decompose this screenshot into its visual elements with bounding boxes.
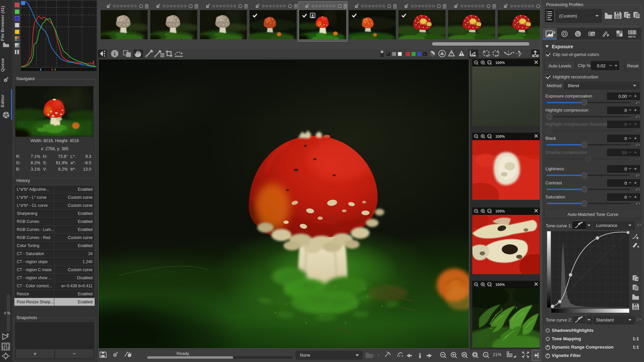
svg-text:None: None (300, 353, 310, 358)
svg-text:1:1: 1:1 (483, 353, 487, 357)
svg-text:±: ± (553, 31, 555, 34)
svg-text:i: i (114, 51, 116, 57)
svg-text:T: T (381, 51, 383, 53)
svg-text:21%: 21% (493, 352, 501, 357)
svg-text:Ready: Ready (176, 351, 189, 356)
svg-text:L: L (424, 53, 426, 56)
svg-text:90°: 90° (495, 54, 499, 57)
svg-text:90°: 90° (486, 54, 490, 57)
svg-text:META: META (628, 35, 636, 38)
